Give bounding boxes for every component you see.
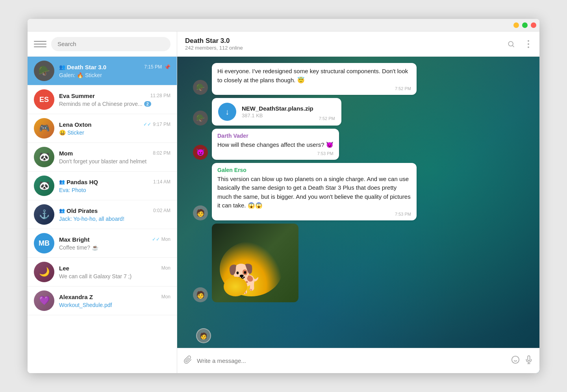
minimize-button[interactable]: −: [513, 22, 519, 28]
chat-preview: Coffee time? ☕: [59, 244, 170, 251]
sender-name: Darth Vader: [217, 133, 334, 139]
avatar: ⚓: [34, 204, 54, 225]
svg-point-5: [512, 356, 519, 363]
message-text: This version can blow up two planets on …: [217, 175, 411, 210]
download-icon[interactable]: ↓: [218, 103, 236, 121]
preview-text: Workout_Shedule.pdf: [59, 302, 112, 308]
chat-item-lee[interactable]: 🌙 Lee Mon We can call it Galaxy Star 7 ;…: [28, 258, 177, 287]
sticker-bubble: 🐕: [212, 224, 298, 302]
chat-preview: Galen: 🔥 Sticker: [59, 72, 170, 78]
chat-time: 0:02 AM: [153, 208, 170, 213]
message-content: Darth Vader How will these changes affec…: [212, 129, 339, 160]
group-icon: 👥: [59, 208, 65, 213]
message-bubble: Hi everyone. I've redesigned some key st…: [212, 63, 417, 95]
avatar: 💜: [34, 290, 54, 311]
chat-name-row: Alexandra Z Mon: [59, 294, 170, 300]
sticker-image: 🐕: [220, 229, 291, 296]
chat-subtitle: 242 members, 112 online: [185, 45, 243, 51]
message-avatar: 🪖: [193, 111, 208, 126]
chat-preview: We can call it Galaxy Star 7 ;): [59, 273, 170, 279]
chat-info: Mom 8:02 PM Don't forget your blaster an…: [59, 150, 170, 165]
hamburger-button[interactable]: [34, 38, 46, 50]
message-content: Galen Erso This version can blow up two …: [212, 163, 417, 220]
avatar: 🪖: [34, 61, 54, 81]
chat-time: 11:28 PM: [150, 93, 170, 98]
chat-time: 9:17 PM: [153, 122, 170, 127]
chat-info: 👥 Old Pirates 0:02 AM Jack: Yo-ho-ho, al…: [59, 207, 170, 222]
preview-text: Eva: Photo: [59, 187, 86, 193]
chat-name: 👥 Death Star 3.0: [59, 64, 106, 70]
file-info: NEW_DeathStar.plans.zip 387.1 KB: [242, 105, 313, 118]
file-size: 387.1 KB: [242, 113, 313, 118]
message-content: ↓ NEW_DeathStar.plans.zip 387.1 KB 7:52 …: [212, 98, 341, 126]
message-row: 🧑 Galen Erso This version can blow up tw…: [193, 163, 524, 220]
chat-header-info: Death Star 3.0 242 members, 112 online: [185, 37, 243, 51]
chat-main: Death Star 3.0 242 members, 112 online: [177, 31, 539, 373]
sticker-message-row: 🧑 🐕: [193, 224, 524, 302]
chat-name-row: Eva Summer 11:28 PM: [59, 92, 170, 99]
attach-button[interactable]: [183, 355, 192, 366]
avatar: 🐼: [34, 176, 54, 196]
avatar: 🌙: [34, 262, 54, 282]
file-bubble: ↓ NEW_DeathStar.plans.zip 387.1 KB 7:52 …: [212, 98, 341, 126]
message-bubble: Galen Erso This version can blow up two …: [212, 163, 417, 220]
chat-name: Alexandra Z: [59, 294, 93, 300]
chat-name: Lee: [59, 265, 69, 272]
chat-item-lena-oxton[interactable]: 🎮 Lena Oxton ✓✓ 9:17 PM 😀 Sticker: [28, 114, 177, 143]
sidebar-header: [28, 31, 177, 57]
search-input[interactable]: [51, 37, 170, 51]
maximize-button[interactable]: □: [522, 22, 528, 28]
svg-point-0: [508, 41, 513, 46]
message-avatar: 🧑: [193, 287, 208, 302]
chat-name-row: 👥 Old Pirates 0:02 AM: [59, 207, 170, 214]
chat-item-old-pirates[interactable]: ⚓ 👥 Old Pirates 0:02 AM Jack: Yo-ho-ho, …: [28, 200, 177, 229]
chat-time: Mon: [161, 294, 170, 300]
chat-info: 👥 Death Star 3.0 7:15 PM 📌 Galen: 🔥 Stic…: [59, 64, 170, 78]
message-time: 7:52 PM: [217, 86, 411, 91]
search-icon[interactable]: [506, 39, 516, 49]
chat-info: Lee Mon We can call it Galaxy Star 7 ;): [59, 265, 170, 279]
chat-item-max-bright[interactable]: MB Max Bright ✓✓ Mon Coffee time? ☕: [28, 229, 177, 258]
sidebar: 🪖 👥 Death Star 3.0 7:15 PM 📌: [28, 31, 177, 373]
message-content: Hi everyone. I've redesigned some key st…: [212, 63, 417, 95]
message-text: Hi everyone. I've redesigned some key st…: [217, 67, 411, 85]
chat-item-alexandra-z[interactable]: 💜 Alexandra Z Mon Workout_Shedule.pdf: [28, 287, 177, 315]
avatar: MB: [34, 233, 54, 253]
svg-point-2: [528, 40, 529, 42]
chat-name-row: Lena Oxton ✓✓ 9:17 PM: [59, 121, 170, 128]
chat-name-row: Max Bright ✓✓ Mon: [59, 236, 170, 243]
message-input[interactable]: [197, 353, 506, 369]
microphone-button[interactable]: [524, 355, 533, 366]
message-avatar: 👿: [193, 145, 208, 160]
close-button[interactable]: ×: [531, 22, 536, 28]
chat-item-death-star[interactable]: 🪖 👥 Death Star 3.0 7:15 PM 📌: [28, 57, 177, 85]
chat-item-pandas-hq[interactable]: 🐼 👥 Pandas HQ 1:14 AM Eva: Photo: [28, 172, 177, 200]
message-row: 👿 Darth Vader How will these changes aff…: [193, 129, 524, 160]
hamburger-line: [34, 41, 46, 42]
double-check-icon: ✓✓: [152, 237, 160, 242]
svg-line-1: [513, 45, 514, 47]
chat-name: 👥 Old Pirates: [59, 207, 98, 214]
more-options-icon[interactable]: [524, 39, 533, 49]
chat-time: Mon: [161, 265, 170, 271]
chat-name: Lena Oxton: [59, 121, 92, 128]
app-body: 🪖 👥 Death Star 3.0 7:15 PM 📌: [28, 31, 539, 373]
chat-item-mom[interactable]: 🐼 Mom 8:02 PM Don't forget your blaster …: [28, 143, 177, 172]
chat-header-actions: [506, 39, 533, 49]
sender-name: Galen Erso: [217, 167, 411, 173]
chat-info: Alexandra Z Mon Workout_Shedule.pdf: [59, 294, 170, 308]
message-avatar: 🧑: [193, 205, 208, 220]
app-window: − □ × 🪖 �: [28, 19, 539, 373]
chat-header: Death Star 3.0 242 members, 112 online: [177, 31, 539, 57]
preview-text: We can call it Galaxy Star 7 ;): [59, 273, 132, 279]
preview-text: Coffee time? ☕: [59, 244, 98, 251]
message-time: 7:53 PM: [217, 151, 334, 156]
emoji-button[interactable]: [511, 355, 520, 366]
chat-item-eva-summer[interactable]: ES Eva Summer 11:28 PM Reminds me of a C…: [28, 85, 177, 114]
preview-text: Galen: 🔥 Sticker: [59, 72, 102, 78]
chat-input-bar: [177, 348, 539, 373]
floating-avatar: 🧑: [196, 328, 211, 343]
svg-point-4: [528, 46, 529, 48]
chat-preview: Don't forget your blaster and helmet: [59, 158, 170, 165]
preview-text: Reminds me of a Chinese prove...: [59, 101, 143, 107]
